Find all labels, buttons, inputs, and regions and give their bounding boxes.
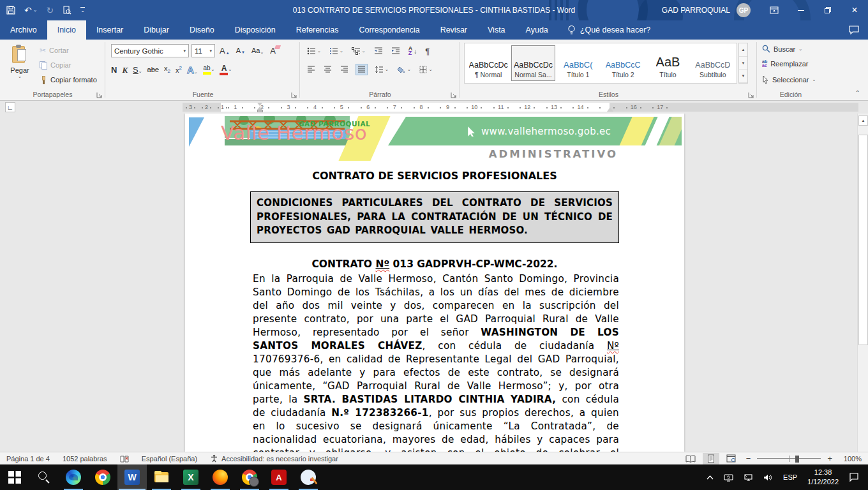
language-indicator[interactable]: ESP bbox=[779, 464, 801, 490]
taskbar-app[interactable] bbox=[88, 464, 117, 490]
ribbon-display-options-button[interactable] bbox=[761, 0, 788, 20]
subscript-button[interactable]: x2 bbox=[164, 64, 170, 74]
horizontal-ruler[interactable]: 321 12345678910111213141617 bbox=[183, 103, 858, 112]
restore-button[interactable] bbox=[814, 0, 841, 20]
shading-button[interactable]: ⌄ bbox=[396, 64, 412, 75]
tray-expand-chevron[interactable] bbox=[703, 464, 717, 490]
ribbon-tab[interactable]: Ayuda bbox=[516, 20, 558, 40]
ribbon-tab[interactable]: Diseño bbox=[179, 20, 225, 40]
ribbon-tab[interactable]: Inicio bbox=[47, 20, 86, 40]
read-mode-button[interactable] bbox=[682, 453, 699, 464]
feedback-comment-icon[interactable] bbox=[849, 26, 859, 34]
taskbar-app[interactable] bbox=[235, 464, 264, 490]
minimize-button[interactable] bbox=[788, 0, 814, 20]
print-preview-button[interactable] bbox=[63, 6, 71, 15]
page-indicator[interactable]: Página 1 de 4 bbox=[0, 455, 56, 463]
print-layout-button[interactable] bbox=[703, 453, 719, 464]
shrink-font-button[interactable]: A▼ bbox=[234, 46, 247, 56]
replace-button[interactable]: abac Reemplazar bbox=[762, 60, 808, 68]
document-page[interactable]: www.vallehermoso.gob.ec Valle HermosoGAD… bbox=[185, 114, 684, 452]
start-button[interactable] bbox=[0, 464, 29, 490]
collapse-ribbon-button[interactable]: ⌃ bbox=[855, 89, 860, 96]
indent-marker-right[interactable] bbox=[607, 107, 613, 112]
action-center-button[interactable] bbox=[845, 464, 863, 490]
find-button[interactable]: Buscar⌄ bbox=[762, 45, 802, 53]
font-size-combobox[interactable]: 11▾ bbox=[191, 44, 215, 57]
text-effects-dropdown-arrow[interactable]: ⌄ bbox=[194, 70, 198, 74]
ribbon-tab[interactable]: Correspondencia bbox=[348, 20, 430, 40]
borders-button[interactable]: ⌄ bbox=[418, 64, 434, 75]
highlight-button[interactable]: ab⌄ bbox=[203, 65, 215, 75]
tell-me-search[interactable]: ¿Qué desea hacer? bbox=[558, 20, 660, 40]
taskbar-app[interactable]: W bbox=[117, 464, 147, 490]
strikethrough-button[interactable]: abe bbox=[147, 66, 159, 73]
ribbon-tab[interactable]: Disposición bbox=[225, 20, 286, 40]
word-count[interactable]: 1052 palabras bbox=[56, 455, 114, 463]
save-button[interactable] bbox=[6, 6, 15, 15]
volume-icon[interactable] bbox=[760, 464, 777, 490]
style-card[interactable]: AaBbCcDc ¶ Normal bbox=[467, 45, 510, 81]
taskbar-app[interactable] bbox=[147, 464, 176, 490]
ribbon-tab[interactable]: Vista bbox=[477, 20, 516, 40]
font-size-dropdown-arrow[interactable]: ▾ bbox=[209, 48, 212, 54]
paste-button[interactable]: Pegar ⌄ bbox=[5, 43, 34, 89]
highlight-dropdown-arrow[interactable]: ⌄ bbox=[211, 67, 215, 72]
taskbar-app[interactable] bbox=[294, 464, 323, 490]
increase-indent-button[interactable] bbox=[390, 46, 401, 56]
taskbar-app[interactable]: A bbox=[264, 464, 294, 490]
ribbon-tab[interactable]: Revisar bbox=[430, 20, 477, 40]
numbered-list-button[interactable]: ⌄ bbox=[328, 46, 345, 56]
zoom-level[interactable]: 100% bbox=[839, 455, 862, 463]
font-dialog-launcher[interactable] bbox=[291, 92, 297, 98]
style-card[interactable]: AaB Título bbox=[646, 45, 689, 81]
line-spacing-button[interactable]: ⌄ bbox=[373, 64, 390, 75]
zoom-in-button[interactable]: + bbox=[825, 454, 835, 463]
scroll-up-button[interactable]: ▲ bbox=[858, 115, 868, 126]
taskbar-app[interactable] bbox=[206, 464, 235, 490]
tab-stop-selector[interactable]: ∟ bbox=[5, 102, 15, 112]
clock[interactable]: 12:38 1/12/2022 bbox=[804, 464, 842, 490]
underline-button[interactable]: S⌄ bbox=[133, 66, 142, 74]
superscript-button[interactable]: x2 bbox=[176, 65, 182, 74]
style-card[interactable]: AaBbCcC Título 2 bbox=[601, 45, 645, 81]
undo-dropdown-arrow[interactable]: ⌄ bbox=[33, 8, 38, 13]
font-name-dropdown-arrow[interactable]: ▾ bbox=[183, 48, 186, 54]
font-name-combobox[interactable]: Century Gothic▾ bbox=[111, 44, 189, 57]
decrease-indent-button[interactable] bbox=[373, 46, 384, 56]
select-dropdown-arrow[interactable]: ⌄ bbox=[812, 77, 816, 82]
paragraph-dialog-launcher[interactable] bbox=[451, 92, 457, 98]
ribbon-tab[interactable]: Insertar bbox=[86, 20, 133, 40]
multilevel-list-button[interactable]: ⌄ bbox=[350, 46, 367, 56]
customize-qat-button[interactable]: ⌄ bbox=[80, 7, 85, 13]
language-indicator[interactable]: Español (España) bbox=[135, 455, 204, 463]
web-layout-button[interactable] bbox=[723, 453, 740, 464]
align-left-button[interactable] bbox=[306, 64, 317, 75]
clear-formatting-button[interactable]: A bbox=[268, 45, 278, 56]
align-center-button[interactable] bbox=[322, 64, 333, 75]
align-right-button[interactable] bbox=[339, 64, 350, 75]
network-icon[interactable] bbox=[740, 464, 757, 490]
italic-button[interactable]: K bbox=[122, 66, 128, 74]
show-paragraph-marks-button[interactable]: ¶ bbox=[424, 45, 431, 57]
change-case-button[interactable]: Aa⌄ bbox=[250, 46, 266, 56]
ribbon-tab[interactable]: Dibujar bbox=[133, 20, 179, 40]
proofing-status[interactable] bbox=[114, 455, 135, 463]
underline-dropdown-arrow[interactable]: ⌄ bbox=[138, 69, 142, 73]
taskbar-app[interactable] bbox=[59, 464, 88, 490]
zoom-out-button[interactable]: − bbox=[744, 454, 754, 463]
find-dropdown-arrow[interactable]: ⌄ bbox=[798, 47, 802, 52]
zoom-slider[interactable] bbox=[757, 453, 821, 464]
display-sync-icon[interactable] bbox=[720, 464, 737, 490]
style-card[interactable]: AaBbCcDc Normal Sa... bbox=[511, 45, 555, 81]
paste-dropdown-arrow[interactable]: ⌄ bbox=[18, 74, 22, 79]
font-color-button[interactable]: A⌄ bbox=[220, 64, 232, 75]
ribbon-tab[interactable]: Referencias bbox=[286, 20, 349, 40]
select-button[interactable]: Seleccionar⌄ bbox=[762, 75, 816, 84]
vertical-scrollbar[interactable]: ▲ bbox=[857, 114, 868, 452]
text-effects-button[interactable]: A⌄ bbox=[187, 64, 198, 75]
format-painter-button[interactable]: Copiar formato bbox=[40, 73, 97, 87]
styles-scroll-up[interactable]: ▲ bbox=[739, 43, 747, 57]
styles-gallery-more[interactable]: ▼ bbox=[739, 70, 747, 83]
bold-button[interactable]: N bbox=[111, 66, 117, 74]
indent-markers-left[interactable] bbox=[257, 103, 263, 112]
